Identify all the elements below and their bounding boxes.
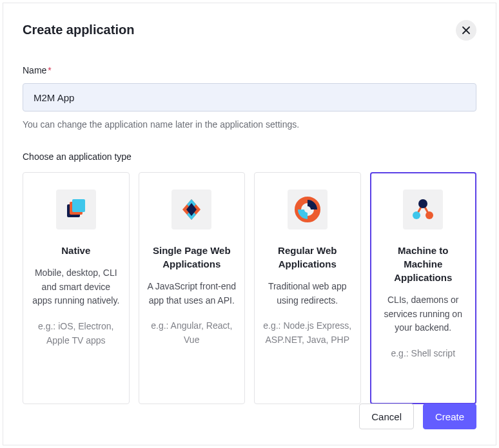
card-m2m-examples: e.g.: Shell script — [378, 347, 469, 361]
name-label-row: Name* — [23, 65, 476, 75]
svg-rect-4 — [72, 199, 85, 212]
modal-header: Create application — [23, 23, 476, 41]
card-regular-web-title: Regular Web Applications — [262, 244, 353, 271]
m2m-icon — [410, 197, 436, 222]
name-help-text: You can change the application name late… — [23, 119, 476, 130]
card-m2m-desc: CLIs, daemons or services running on you… — [378, 293, 469, 335]
app-type-label: Choose an application type — [23, 151, 476, 162]
card-regular-web[interactable]: Regular Web Applications Traditional web… — [254, 172, 361, 404]
card-spa[interactable]: Single Page Web Applications A JavaScrip… — [139, 172, 246, 404]
name-input[interactable] — [23, 83, 476, 112]
regular-web-icon — [295, 197, 320, 222]
svg-point-13 — [413, 211, 420, 219]
card-native-examples: e.g.: iOS, Electron, Apple TV apps — [31, 320, 121, 347]
create-button[interactable]: Create — [423, 404, 476, 429]
close-icon — [462, 26, 471, 35]
app-type-cards: Native Mobile, desktop, CLI and smart de… — [23, 172, 476, 404]
cancel-button[interactable]: Cancel — [359, 404, 414, 429]
svg-point-14 — [426, 211, 433, 219]
regular-web-icon-wrap — [288, 190, 328, 229]
spa-icon-wrap — [171, 190, 211, 229]
svg-point-12 — [418, 199, 427, 208]
required-asterisk: * — [48, 65, 51, 75]
native-icon-wrap — [56, 190, 96, 229]
spa-icon — [179, 197, 204, 222]
card-m2m[interactable]: Machine to Machine Applications CLIs, da… — [370, 172, 477, 404]
card-native[interactable]: Native Mobile, desktop, CLI and smart de… — [23, 172, 130, 404]
card-native-desc: Mobile, desktop, CLI and smart device ap… — [31, 266, 121, 308]
card-regular-web-examples: e.g.: Node.js Express, ASP.NET, Java, PH… — [262, 319, 353, 347]
card-spa-title: Single Page Web Applications — [147, 244, 237, 271]
card-native-title: Native — [31, 244, 121, 257]
name-field: Name* You can change the application nam… — [23, 65, 476, 130]
modal-title: Create application — [23, 23, 134, 37]
modal-footer: Cancel Create — [359, 404, 476, 429]
card-m2m-title: Machine to Machine Applications — [378, 244, 469, 284]
name-label: Name — [23, 65, 46, 75]
card-regular-web-desc: Traditional web app using redirects. — [262, 280, 353, 307]
m2m-icon-wrap — [403, 190, 443, 229]
card-spa-examples: e.g.: Angular, React, Vue — [147, 319, 237, 347]
create-application-modal: Create application Name* You can change … — [3, 3, 496, 445]
close-button[interactable] — [456, 20, 476, 41]
card-spa-desc: A JavaScript front-end app that uses an … — [147, 280, 237, 307]
native-icon — [63, 197, 89, 222]
